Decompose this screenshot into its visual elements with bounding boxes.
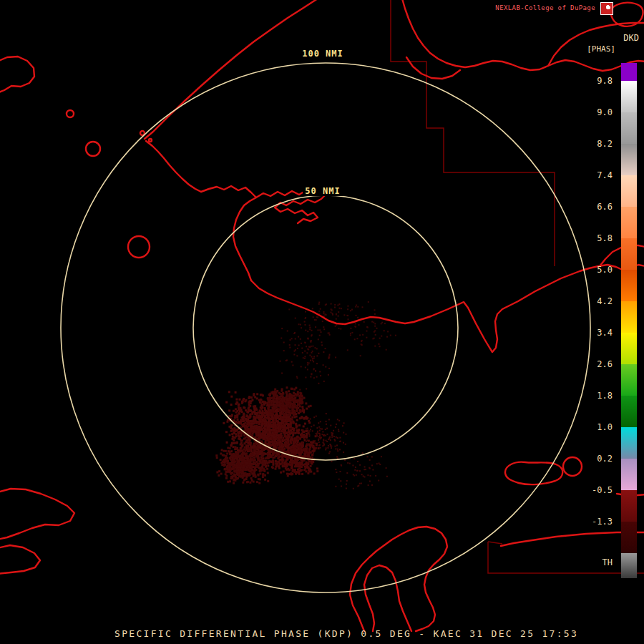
colorbar-tick-label: -1.3 bbox=[592, 517, 613, 527]
colorbar-tick-label: 3.4 bbox=[597, 328, 613, 338]
colorbar-segment bbox=[621, 270, 637, 301]
colorbar-segment bbox=[621, 427, 637, 459]
colorbar bbox=[621, 63, 637, 578]
colorbar-tick-label: 2.6 bbox=[597, 359, 613, 369]
echo-layer bbox=[215, 301, 396, 489]
colorbar-tick-label: 1.0 bbox=[597, 422, 613, 432]
colorbar-segment bbox=[621, 553, 637, 578]
colorbar-segment bbox=[621, 333, 637, 364]
product-code-label: DKD bbox=[623, 33, 639, 43]
colorbar-segment bbox=[621, 459, 637, 490]
colorbar-tick-label: 9.8 bbox=[597, 76, 613, 86]
colorbar-segment bbox=[621, 522, 637, 553]
colorbar-tick-label: -0.5 bbox=[592, 485, 613, 495]
colorbar-tick-label: 6.6 bbox=[597, 202, 613, 212]
colorbar-tick-label: 5.0 bbox=[597, 265, 613, 275]
colorbar-segment bbox=[621, 490, 637, 522]
colorbar-segment bbox=[621, 112, 637, 144]
nexlab-logo-icon bbox=[601, 3, 613, 14]
colorbar-tick-label: 1.8 bbox=[597, 391, 613, 401]
colorbar-tick-label: 8.2 bbox=[597, 139, 613, 149]
colorbar-tick-label: 9.0 bbox=[597, 107, 613, 117]
colorbar-segment bbox=[621, 63, 637, 81]
coastline-paths bbox=[0, 0, 644, 631]
colorbar-segment bbox=[621, 301, 637, 333]
range-ring-100nmi bbox=[61, 63, 590, 592]
radar-display: 100 NMI 50 NMI NEXLAB-College of DuPage … bbox=[0, 0, 644, 644]
colorbar-segment bbox=[621, 364, 637, 396]
colorbar-tick-label: 4.2 bbox=[597, 296, 613, 306]
colorbar-segment bbox=[621, 207, 637, 238]
colorbar-tick-label: 0.2 bbox=[597, 454, 613, 464]
colorbar-segment bbox=[621, 396, 637, 427]
footer-status: SPECIFIC DIFFERENTIAL PHASE (KDP) 0.5 DE… bbox=[114, 628, 578, 639]
colorbar-segment bbox=[621, 144, 637, 175]
range-rings bbox=[61, 63, 590, 592]
range-ring-label-100nmi: 100 NMI bbox=[302, 49, 343, 59]
range-ring-label-50nmi: 50 NMI bbox=[305, 186, 340, 196]
map-svg: 100 NMI 50 NMI bbox=[0, 0, 644, 644]
units-label: [PHAS] bbox=[587, 44, 615, 54]
range-ring-labels: 100 NMI 50 NMI bbox=[301, 47, 345, 196]
header-title: NEXLAB-College of DuPage bbox=[495, 4, 595, 11]
colorbar-segment bbox=[621, 175, 637, 207]
colorbar-tick-label: 5.8 bbox=[597, 233, 613, 243]
colorbar-segment bbox=[621, 238, 637, 270]
colorbar-segment bbox=[621, 81, 637, 112]
threshold-label: TH bbox=[602, 557, 613, 567]
colorbar-tick-label: 7.4 bbox=[597, 170, 613, 180]
